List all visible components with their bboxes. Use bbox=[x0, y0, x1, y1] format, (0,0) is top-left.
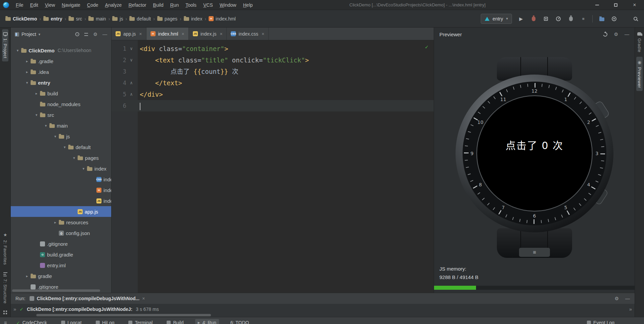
test-button[interactable] bbox=[567, 15, 574, 22]
status-item[interactable]: Logcat bbox=[58, 319, 84, 324]
menu-item[interactable]: Window bbox=[216, 1, 240, 9]
fold-marker-icon[interactable]: ∨ bbox=[126, 54, 136, 66]
tree-row[interactable]: ▾index bbox=[11, 163, 111, 174]
stop-button[interactable]: ■ bbox=[580, 15, 587, 22]
tool-window-button-gradle[interactable]: Gradle bbox=[636, 29, 643, 55]
tree-row[interactable]: ▾src bbox=[11, 109, 111, 120]
tree-row[interactable]: JSapp.js bbox=[11, 206, 111, 217]
breadcrumb-item[interactable]: pages bbox=[157, 16, 177, 21]
tree-arrow-icon[interactable]: ▸ bbox=[24, 70, 31, 74]
breadcrumb-item[interactable]: default bbox=[129, 16, 151, 21]
menu-item[interactable]: Build bbox=[149, 1, 167, 9]
editor-tab[interactable]: Hindex.hml× bbox=[146, 28, 189, 40]
hide-panel-button[interactable]: — bbox=[102, 32, 107, 37]
minimize-button[interactable] bbox=[588, 0, 606, 10]
project-view-dropdown-icon[interactable]: ▾ bbox=[39, 32, 41, 37]
fold-marker-icon[interactable]: ∨ bbox=[126, 43, 136, 54]
code-line[interactable]: 1∨<div class="container"> bbox=[112, 43, 434, 54]
breadcrumb-item[interactable]: Hindex.hml bbox=[209, 16, 236, 21]
run-hide-button[interactable]: — bbox=[625, 296, 630, 301]
tree-row[interactable]: ▸build bbox=[11, 88, 111, 99]
menu-item[interactable]: Refactor bbox=[125, 1, 149, 9]
project-horizontal-scrollbar[interactable] bbox=[12, 289, 100, 292]
tree-arrow-icon[interactable]: ▸ bbox=[24, 274, 31, 278]
tab-close-icon[interactable]: × bbox=[181, 31, 184, 37]
code-line[interactable]: 6 bbox=[112, 100, 434, 111]
scroll-right-icon[interactable]: » bbox=[629, 306, 632, 312]
tree-arrow-icon[interactable]: ▾ bbox=[61, 145, 68, 149]
menu-item[interactable]: Navigate bbox=[58, 1, 84, 9]
status-item[interactable]: ▶4: Run bbox=[195, 319, 219, 324]
editor-tab[interactable]: CSSindex.css× bbox=[227, 28, 269, 40]
run-result-title[interactable]: ClickDemo [:entry:compileDebugJsWithNode… bbox=[27, 307, 132, 312]
menu-item[interactable]: Edit bbox=[27, 1, 42, 9]
status-item-event-log[interactable]: Event Log bbox=[584, 319, 617, 324]
run-tab-close-icon[interactable]: × bbox=[142, 296, 145, 301]
menu-item[interactable]: View bbox=[42, 1, 58, 9]
breadcrumb-item[interactable]: entry bbox=[43, 16, 62, 21]
tree-row[interactable]: Hindex.hml bbox=[11, 185, 111, 195]
tree-arrow-icon[interactable]: ▾ bbox=[71, 156, 78, 160]
previewer-hide-button[interactable]: — bbox=[625, 32, 629, 37]
menu-item[interactable]: Code bbox=[84, 1, 101, 9]
menu-item[interactable]: Tools bbox=[182, 1, 200, 9]
tree-row[interactable]: JSindex.js bbox=[11, 195, 111, 206]
attach-debugger-button[interactable] bbox=[543, 15, 549, 22]
tree-arrow-icon[interactable]: ▸ bbox=[24, 59, 31, 63]
tree-row[interactable]: ▸.gradle bbox=[11, 56, 111, 66]
search-everywhere-button[interactable] bbox=[632, 15, 639, 22]
tab-close-icon[interactable]: × bbox=[262, 31, 264, 37]
run-config-selector[interactable]: entry ▾ bbox=[481, 14, 512, 24]
menu-item[interactable]: File bbox=[12, 1, 27, 9]
status-item[interactable]: Build bbox=[164, 319, 186, 324]
tool-window-button-previewer[interactable]: ◉Previewer bbox=[636, 57, 643, 91]
close-button[interactable]: × bbox=[625, 0, 644, 10]
expand-output-icon[interactable]: » bbox=[13, 306, 16, 312]
tree-row[interactable]: ▾pages bbox=[11, 152, 111, 163]
status-item[interactable]: HiLog bbox=[93, 319, 117, 324]
tree-row[interactable]: Gbuild.gradle bbox=[11, 249, 111, 260]
tree-row[interactable]: {}config.json bbox=[11, 228, 111, 238]
run-button[interactable]: ▶ bbox=[518, 15, 524, 22]
tree-row[interactable]: ▾default bbox=[11, 142, 111, 152]
tree-arrow-icon[interactable]: ▾ bbox=[24, 81, 31, 85]
run-horizontal-scrollbar[interactable] bbox=[36, 314, 211, 316]
tree-row[interactable]: ▾entry bbox=[11, 77, 111, 88]
breadcrumb-item[interactable]: js bbox=[112, 16, 123, 21]
tree-row[interactable]: node_modules bbox=[11, 99, 111, 109]
breadcrumb-item[interactable]: ClickDemo bbox=[5, 16, 37, 21]
previewer-menu-button[interactable]: ≡ bbox=[519, 248, 550, 257]
code-line[interactable]: 4∧ </text> bbox=[112, 77, 434, 89]
tree-row[interactable]: entry.iml bbox=[11, 260, 111, 271]
breadcrumb-item[interactable]: src bbox=[69, 16, 82, 21]
tree-arrow-icon[interactable]: ▸ bbox=[52, 220, 59, 225]
tab-close-icon[interactable]: × bbox=[139, 31, 142, 37]
debug-button[interactable] bbox=[530, 15, 537, 22]
collapse-all-button[interactable] bbox=[84, 33, 88, 36]
tool-window-button-2-favorites[interactable]: ★2: Favorites bbox=[2, 230, 8, 268]
code-line[interactable]: 5∧</div> bbox=[112, 89, 434, 100]
tree-row[interactable]: ▾ClickDemoC:\Users\lehoon bbox=[11, 45, 111, 56]
tool-window-switcher-icon[interactable]: ≡ bbox=[4, 320, 7, 324]
breadcrumb-item[interactable]: index bbox=[184, 16, 202, 21]
tool-windows-grid-icon[interactable] bbox=[3, 311, 7, 314]
tree-arrow-icon[interactable]: ▾ bbox=[52, 134, 59, 139]
fold-marker-icon[interactable]: ∧ bbox=[126, 77, 136, 89]
profiler-button[interactable] bbox=[555, 15, 562, 22]
code-editor[interactable]: 1∨<div class="container">2∨ <text class=… bbox=[112, 40, 434, 293]
tree-arrow-icon[interactable]: ▾ bbox=[14, 48, 21, 53]
tree-row[interactable]: ▸resources bbox=[11, 217, 111, 228]
tree-arrow-icon[interactable]: ▾ bbox=[80, 167, 87, 171]
code-line[interactable]: 3 点击了 {{count}} 次 bbox=[112, 66, 434, 77]
tree-row[interactable]: ▸.idea bbox=[11, 66, 111, 77]
project-structure-button[interactable] bbox=[598, 15, 605, 22]
run-settings-button[interactable]: ⚙ bbox=[614, 296, 619, 301]
menu-item[interactable]: VCS bbox=[200, 1, 216, 9]
menu-item[interactable]: Help bbox=[240, 1, 256, 9]
maximize-button[interactable] bbox=[606, 0, 625, 10]
tool-window-button-7-structure[interactable]: 7: Structure bbox=[2, 269, 8, 307]
fold-marker-icon[interactable]: ∧ bbox=[126, 89, 136, 100]
breadcrumb-item[interactable]: main bbox=[88, 16, 106, 21]
inspections-ok-icon[interactable]: ✓ bbox=[425, 44, 428, 50]
menu-item[interactable]: Analyze bbox=[102, 1, 125, 9]
